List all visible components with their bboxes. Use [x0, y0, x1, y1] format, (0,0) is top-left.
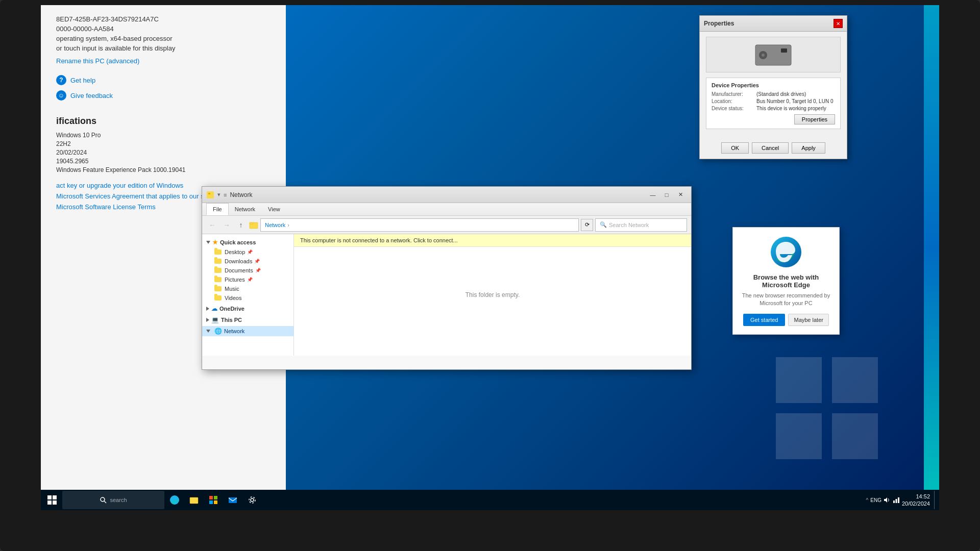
taskbar-search[interactable]: search	[62, 491, 164, 509]
svg-rect-21	[190, 497, 193, 499]
svg-rect-9	[208, 193, 210, 194]
address-bar[interactable]: Network ›	[260, 218, 579, 232]
quick-access-chevron	[206, 241, 210, 244]
cancel-button[interactable]: Cancel	[752, 142, 789, 154]
documents-pin-icon: 📌	[255, 268, 259, 273]
maximize-button[interactable]: □	[660, 190, 673, 200]
sidebar-item-documents[interactable]: Documents 📌	[202, 266, 293, 275]
svg-point-29	[249, 497, 255, 503]
svg-rect-8	[207, 191, 214, 198]
svg-rect-24	[214, 496, 217, 499]
spec-os: Windows 10 Pro	[56, 132, 271, 139]
edge-logo	[770, 236, 802, 268]
empty-folder-message: This folder is empty.	[465, 291, 520, 298]
get-help-icon: ?	[56, 75, 66, 85]
taskbar-mail-icon[interactable]	[224, 491, 242, 509]
search-box[interactable]: 🔍 Search Network	[595, 218, 687, 232]
taskbar-file-explorer-icon[interactable]	[185, 491, 203, 509]
give-feedback-icon: ☺	[56, 90, 66, 101]
svg-line-18	[104, 501, 106, 503]
explorer-title-left: ▾ ≡ Network	[206, 191, 252, 199]
downloads-pin-icon: 📌	[254, 259, 258, 264]
sidebar-item-desktop[interactable]: Desktop 📌	[202, 247, 293, 257]
edge-sidebar-indicator	[924, 5, 939, 490]
sidebar-section-quick-access: ★ Quick access Desktop 📌 Downloads	[202, 237, 293, 303]
sidebar-item-network[interactable]: 🌐 Network	[202, 326, 293, 336]
taskbar-date: 20/02/2024	[902, 500, 930, 507]
monitor-outer: 8ED7-425B-AF23-34DS79214A7C 0000-00000-A…	[0, 0, 980, 551]
edge-popup-title: Browse the web with Microsoft Edge	[741, 273, 831, 289]
taskbar-edge-icon[interactable]	[165, 491, 184, 509]
refresh-button[interactable]: ⟳	[581, 219, 593, 231]
explorer-toolbar: ← → ↑ Network › ⟳ 🔍 Search Ne	[202, 216, 691, 234]
rename-pc-link[interactable]: Rename this PC (advanced)	[56, 57, 271, 65]
onedrive-chevron	[206, 307, 209, 311]
downloads-folder-icon	[214, 259, 222, 264]
maybe-later-button[interactable]: Maybe later	[788, 314, 828, 326]
sidebar-onedrive-header[interactable]: ☁ OneDrive	[202, 304, 293, 314]
get-started-button[interactable]: Get started	[743, 314, 785, 326]
sidebar-this-pc-header[interactable]: 💻 This PC	[202, 315, 293, 325]
get-help-link[interactable]: ? Get help	[56, 75, 271, 85]
taskbar-right: ^ ENG 14:52	[866, 491, 937, 509]
properties-button[interactable]: Properties	[794, 114, 835, 124]
minimize-button[interactable]: —	[646, 190, 659, 200]
taskbar-language-icon[interactable]: ENG	[870, 497, 881, 503]
svg-rect-15	[47, 500, 52, 505]
svg-rect-1	[832, 357, 878, 403]
sidebar-item-music[interactable]: Music	[202, 284, 293, 293]
device-status-row: Device status: This device is working pr…	[712, 106, 835, 111]
back-button[interactable]: ←	[206, 219, 218, 231]
explorer-title-text: Network	[230, 191, 252, 198]
show-desktop-button[interactable]	[934, 491, 937, 509]
svg-rect-0	[776, 357, 822, 403]
sidebar-quick-access-header[interactable]: ★ Quick access	[202, 237, 293, 247]
sidebar-item-downloads[interactable]: Downloads 📌	[202, 257, 293, 266]
dialog-titlebar: Properties ✕	[700, 16, 847, 32]
sidebar-section-onedrive: ☁ OneDrive	[202, 304, 293, 314]
dialog-footer: OK Cancel Apply	[700, 138, 847, 159]
explorer-main: ★ Quick access Desktop 📌 Downloads	[202, 234, 691, 356]
tray-expand-icon[interactable]: ^	[866, 497, 869, 503]
give-feedback-link[interactable]: ☺ Give feedback	[56, 90, 271, 101]
taskbar-settings-icon[interactable]	[243, 491, 261, 509]
uuid1: 8ED7-425B-AF23-34DS79214A7C	[56, 15, 271, 23]
forward-button[interactable]: →	[220, 219, 233, 231]
apply-button[interactable]: Apply	[792, 142, 825, 154]
network-warning-bar[interactable]: This computer is not connected to a netw…	[294, 234, 691, 247]
taskbar-search-text: search	[110, 497, 127, 503]
ok-button[interactable]: OK	[721, 142, 749, 154]
device-status-value: This device is working properly	[756, 106, 826, 111]
specs-heading: ifications	[56, 116, 271, 127]
explorer-sidebar: ★ Quick access Desktop 📌 Downloads	[202, 234, 294, 356]
tab-file[interactable]: File	[206, 203, 229, 215]
start-button[interactable]	[43, 491, 61, 509]
tab-network[interactable]: Network	[229, 203, 262, 215]
documents-folder-icon	[214, 268, 222, 273]
svg-rect-33	[898, 497, 899, 503]
sidebar-item-pictures[interactable]: Pictures 📌	[202, 275, 293, 284]
close-button[interactable]: ✕	[674, 190, 687, 200]
taskbar-store-icon[interactable]	[204, 491, 223, 509]
dialog-close-button[interactable]: ✕	[834, 19, 843, 28]
explorer-titlebar: ▾ ≡ Network — □ ✕	[202, 187, 691, 203]
svg-point-19	[170, 495, 179, 505]
taskbar-clock[interactable]: 14:52 20/02/2024	[902, 493, 930, 508]
location-value: Bus Number 0, Target Id 0, LUN 0	[756, 98, 833, 104]
explorer-content: This computer is not connected to a netw…	[294, 234, 691, 356]
taskbar: search	[41, 490, 939, 510]
network-tray-icon[interactable]	[893, 496, 900, 504]
manufacturer-value: (Standard disk drives)	[756, 91, 806, 97]
svg-rect-16	[53, 500, 57, 505]
tab-view[interactable]: View	[262, 203, 287, 215]
up-button[interactable]: ↑	[235, 219, 247, 231]
network-warning-text: This computer is not connected to a netw…	[300, 237, 458, 243]
sidebar-item-videos[interactable]: Videos	[202, 293, 293, 303]
sidebar-section-this-pc: 💻 This PC	[202, 315, 293, 325]
manufacturer-label: Manufacturer:	[712, 91, 752, 97]
volume-icon[interactable]	[884, 496, 891, 504]
desktop-folder-icon	[214, 249, 222, 255]
screen: 8ED7-425B-AF23-34DS79214A7C 0000-00000-A…	[41, 5, 939, 510]
dialog-device-image	[706, 37, 841, 72]
explorer-window-buttons: — □ ✕	[646, 190, 687, 200]
